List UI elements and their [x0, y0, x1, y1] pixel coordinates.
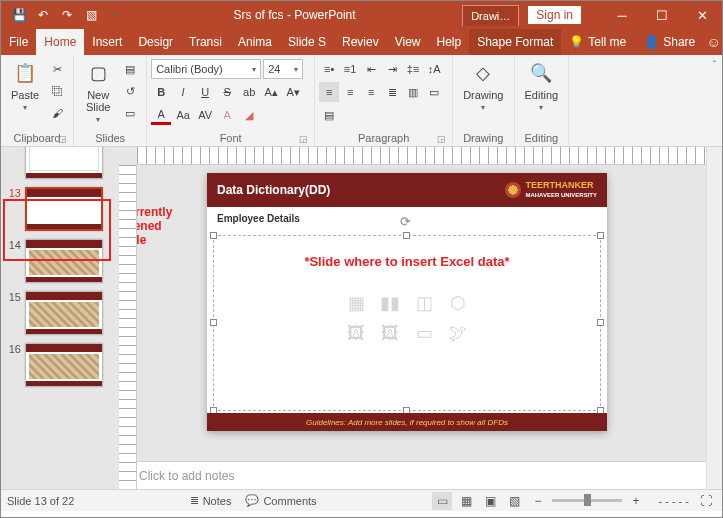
zoom-in-icon[interactable]: + [626, 492, 646, 510]
tab-help[interactable]: Help [429, 29, 470, 55]
line-spacing-icon[interactable]: ‡≡ [403, 59, 423, 79]
new-slide-button[interactable]: ▢ New Slide ▾ [78, 57, 118, 126]
minimize-icon[interactable]: ─ [602, 1, 642, 29]
tab-insert[interactable]: Insert [84, 29, 130, 55]
share-button[interactable]: 👤 Share [634, 29, 705, 55]
indent-inc-icon[interactable]: ⇥ [382, 59, 402, 79]
align-center-icon[interactable]: ≡ [340, 82, 360, 102]
align-right-icon[interactable]: ≡ [361, 82, 381, 102]
format-painter-icon[interactable]: 🖌 [47, 103, 67, 123]
start-from-beginning-icon[interactable]: ▧ [79, 3, 103, 27]
tab-review[interactable]: Reviev [334, 29, 387, 55]
comments-button[interactable]: 💬Comments [245, 494, 316, 507]
content-placeholder[interactable]: ⟳ *Slide where to insert Excel data* ▦ ▮… [213, 235, 601, 411]
align-left-icon[interactable]: ≡ [319, 82, 339, 102]
drawing-tools-tab[interactable]: Drawi… [462, 5, 519, 26]
editing-button[interactable]: 🔍 Editing ▾ [519, 57, 565, 114]
insert-table-icon[interactable]: ▦ [342, 291, 370, 315]
tab-tellme[interactable]: 💡 Tell me [561, 29, 634, 55]
font-launcher-icon[interactable]: ◲ [299, 134, 308, 144]
tab-home[interactable]: Home [36, 29, 84, 55]
thumb-15[interactable]: 15 [1, 287, 119, 339]
slide[interactable]: Data Dictionary(DD) TEERTHANKERMAHAVEER … [207, 173, 607, 431]
sign-in-button[interactable]: Sign in [527, 5, 582, 25]
tab-view[interactable]: View [387, 29, 429, 55]
resize-handle[interactable] [597, 232, 604, 239]
tab-design[interactable]: Desigr [130, 29, 181, 55]
insert-chart-icon[interactable]: ▮▮ [376, 291, 404, 315]
resize-handle[interactable] [210, 319, 217, 326]
paragraph-launcher-icon[interactable]: ◲ [437, 134, 446, 144]
slideshow-view-icon[interactable]: ▧ [504, 492, 524, 510]
notes-button[interactable]: ≣Notes [190, 494, 232, 507]
bold-button[interactable]: B [151, 82, 171, 102]
font-name-select[interactable]: Calibri (Body)▾ [151, 59, 261, 79]
drawing-button[interactable]: ◇ Drawing ▾ [457, 57, 509, 114]
layout-icon[interactable]: ▤ [120, 59, 140, 79]
shadow-button[interactable]: ab [239, 82, 259, 102]
slide-thumbnails-pane[interactable]: 12 13 14 15 16 [1, 147, 119, 489]
save-icon[interactable]: 💾 [7, 3, 31, 27]
paste-button[interactable]: 📋 Paste ▾ [5, 57, 45, 114]
insert-online-picture-icon[interactable]: 🖼 [376, 321, 404, 345]
decrease-font-icon[interactable]: A▾ [283, 82, 303, 102]
section-icon[interactable]: ▭ [120, 103, 140, 123]
thumb-14[interactable]: 14 [1, 235, 119, 287]
highlight-icon[interactable]: A [217, 105, 237, 125]
rotate-handle-icon[interactable]: ⟳ [400, 214, 414, 228]
notes-pane[interactable]: Click to add notes [119, 461, 706, 489]
clipboard-launcher-icon[interactable]: ◲ [58, 134, 67, 144]
italic-button[interactable]: I [173, 82, 193, 102]
normal-view-icon[interactable]: ▭ [432, 492, 452, 510]
zoom-out-icon[interactable]: − [528, 492, 548, 510]
char-spacing-icon[interactable]: AV [195, 105, 215, 125]
numbering-icon[interactable]: ≡1 [340, 59, 360, 79]
tab-animations[interactable]: Anima [230, 29, 280, 55]
reading-view-icon[interactable]: ▣ [480, 492, 500, 510]
slide-sorter-icon[interactable]: ▦ [456, 492, 476, 510]
align-text-icon[interactable]: ▭ [424, 82, 444, 102]
underline-button[interactable]: U [195, 82, 215, 102]
thumb-13[interactable]: 13 [1, 183, 119, 235]
insert-icon-icon[interactable]: 🕊 [444, 321, 472, 345]
change-case-icon[interactable]: Aa [173, 105, 193, 125]
insert-smartart-icon[interactable]: ◫ [410, 291, 438, 315]
resize-handle[interactable] [597, 319, 604, 326]
zoom-handle[interactable] [584, 494, 591, 506]
strike-button[interactable]: S [217, 82, 237, 102]
clear-format-icon[interactable]: ◢ [239, 105, 259, 125]
text-direction-icon[interactable]: ↕A [424, 59, 444, 79]
collapse-ribbon-icon[interactable]: ⌃ [711, 59, 718, 68]
slide-counter[interactable]: Slide 13 of 22 [7, 495, 74, 507]
columns-icon[interactable]: ▥ [403, 82, 423, 102]
zoom-value[interactable]: - - - - - [650, 495, 692, 507]
bullets-icon[interactable]: ≡• [319, 59, 339, 79]
slide-canvas[interactable]: Data Dictionary(DD) TEERTHANKERMAHAVEER … [137, 165, 706, 461]
font-size-select[interactable]: 24▾ [263, 59, 303, 79]
resize-handle[interactable] [403, 232, 410, 239]
close-icon[interactable]: ✕ [682, 1, 722, 29]
tab-file[interactable]: File [1, 29, 36, 55]
indent-dec-icon[interactable]: ⇤ [361, 59, 381, 79]
fit-to-window-icon[interactable]: ⛶ [696, 492, 716, 510]
convert-smartart-icon[interactable]: ▤ [319, 105, 339, 125]
thumb-16[interactable]: 16 [1, 339, 119, 391]
insert-3d-icon[interactable]: ⬡ [444, 291, 472, 315]
undo-icon[interactable]: ↶ [31, 3, 55, 27]
cut-icon[interactable]: ✂ [47, 59, 67, 79]
insert-video-icon[interactable]: ▭ [410, 321, 438, 345]
font-color-icon[interactable]: A [151, 105, 171, 125]
tab-shape-format[interactable]: Shape Format [469, 29, 561, 55]
vertical-scrollbar[interactable] [706, 147, 722, 489]
thumb-12[interactable]: 12 [1, 147, 119, 183]
feedback-icon[interactable]: ☺ [705, 29, 722, 55]
qa-customize-icon[interactable]: ▾ [103, 3, 127, 27]
copy-icon[interactable]: ⿻ [47, 81, 67, 101]
justify-icon[interactable]: ≣ [382, 82, 402, 102]
redo-icon[interactable]: ↷ [55, 3, 79, 27]
zoom-slider[interactable] [552, 499, 622, 502]
tab-transitions[interactable]: Transi [181, 29, 230, 55]
reset-icon[interactable]: ↺ [120, 81, 140, 101]
tab-slideshow[interactable]: Slide S [280, 29, 334, 55]
resize-handle[interactable] [210, 232, 217, 239]
